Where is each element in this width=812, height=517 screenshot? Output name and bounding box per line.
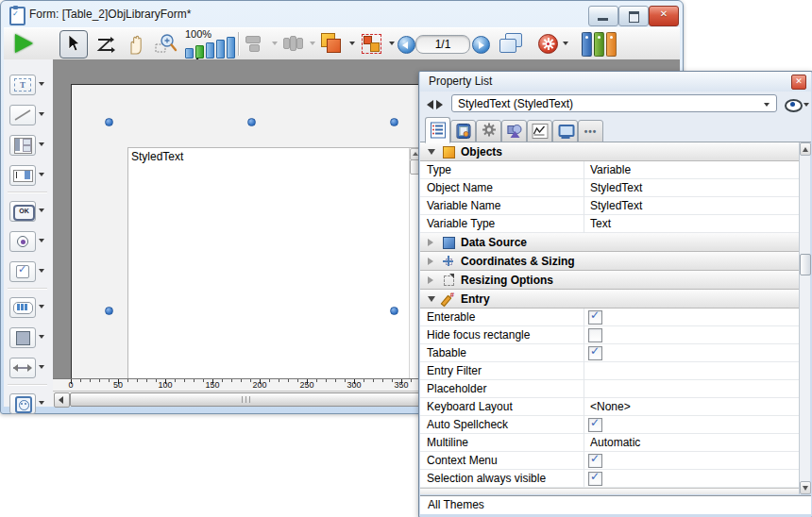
dropdown-caret-icon[interactable]	[39, 305, 44, 309]
selection-handle[interactable]	[390, 307, 398, 315]
checkbox-checked-icon[interactable]: ✓	[588, 472, 602, 486]
disclosure-triangle-icon[interactable]	[428, 276, 433, 284]
selection-handle[interactable]	[105, 118, 113, 126]
dropdown-caret-icon[interactable]	[39, 208, 44, 212]
section-header[interactable]: Coordinates & Sizing	[420, 252, 799, 271]
property-row[interactable]: Enterable✓	[420, 309, 799, 326]
property-row[interactable]: Keyboard Layout<None>	[420, 398, 799, 416]
execute-form-icon[interactable]	[15, 34, 33, 53]
property-row[interactable]: Placeholder	[420, 380, 799, 398]
property-value[interactable]	[584, 326, 799, 344]
check-box-tool-button[interactable]: ✓	[9, 261, 45, 282]
property-row[interactable]: Selection always visible✓	[420, 470, 799, 488]
distribute-icon[interactable]	[283, 34, 315, 55]
view-options-button[interactable]	[785, 98, 809, 111]
dropdown-caret-icon[interactable]	[39, 365, 44, 369]
property-value[interactable]: ✓	[584, 452, 799, 470]
object-selector-dropdown[interactable]: StyledText (StyledText)	[451, 94, 777, 112]
property-value[interactable]: ✓	[584, 470, 799, 488]
scroll-thumb[interactable]	[70, 392, 424, 407]
tab-object-shapes[interactable]	[501, 120, 527, 142]
previous-object-icon[interactable]	[427, 100, 433, 109]
tab-properties-list[interactable]	[425, 117, 450, 143]
property-value[interactable]: ✓	[584, 344, 799, 362]
section-header[interactable]: #Entry	[420, 290, 799, 309]
disclosure-triangle-icon[interactable]	[428, 296, 435, 302]
property-row[interactable]: Context Menu✓	[420, 452, 799, 470]
property-row[interactable]: MultilineAutomatic	[420, 434, 799, 452]
radio-button-tool-button[interactable]	[9, 231, 45, 252]
zoom-bars[interactable]	[185, 39, 235, 58]
combo-box-tool-button[interactable]	[9, 165, 45, 186]
maximize-button[interactable]	[618, 6, 649, 26]
property-row[interactable]: Entry Filter	[420, 362, 799, 380]
library-books-icon[interactable]	[582, 32, 617, 57]
dropdown-caret-icon[interactable]	[39, 239, 44, 242]
checkbox-checked-icon[interactable]: ✓	[588, 418, 602, 432]
property-row[interactable]: Variable TypeText	[420, 215, 799, 233]
dropdown-caret-icon[interactable]	[39, 142, 44, 146]
manage-planes-icon[interactable]	[319, 32, 355, 56]
property-row[interactable]: Variable NameStyledText	[420, 197, 799, 215]
splitter-tool-button[interactable]	[9, 358, 45, 378]
next-object-icon[interactable]	[436, 100, 443, 109]
group-icon[interactable]	[361, 32, 395, 56]
dropdown-caret-icon[interactable]	[39, 269, 44, 273]
run-settings-gear-icon[interactable]	[538, 34, 558, 54]
property-row[interactable]: Auto Spellcheck✓	[420, 416, 799, 434]
rectangle-tool-button[interactable]	[9, 327, 45, 348]
section-header-partial[interactable]	[420, 488, 799, 494]
property-list-scrollbar[interactable]	[799, 142, 810, 494]
scroll-thumb[interactable]	[800, 254, 811, 275]
section-header[interactable]: Data Source	[420, 233, 799, 252]
scroll-down-icon[interactable]	[800, 481, 811, 494]
form-pages-icon[interactable]	[499, 32, 527, 56]
dropdown-caret-icon[interactable]	[39, 335, 44, 339]
dropdown-caret-icon[interactable]	[39, 401, 44, 405]
selection-handle[interactable]	[390, 118, 398, 126]
disclosure-triangle-icon[interactable]	[428, 258, 433, 265]
close-button[interactable]: ✕	[649, 6, 679, 26]
close-icon[interactable]: ✕	[791, 75, 806, 90]
line-tool-button[interactable]	[9, 105, 45, 125]
run-settings-caret-icon[interactable]	[563, 42, 568, 45]
tab-more-options[interactable]: •••	[578, 120, 603, 142]
property-row[interactable]: Tabable✓	[420, 344, 799, 362]
property-value[interactable]: ✓	[584, 309, 799, 326]
align-icon[interactable]	[245, 34, 278, 55]
object-nav-arrows[interactable]	[427, 99, 443, 112]
disclosure-triangle-icon[interactable]	[428, 239, 433, 246]
minimize-button[interactable]	[588, 6, 618, 26]
dropdown-caret-icon[interactable]	[39, 82, 44, 86]
property-value[interactable]: <None>	[584, 398, 799, 416]
move-hand-icon[interactable]	[124, 32, 148, 59]
section-header[interactable]: Objects	[420, 142, 799, 161]
tab-settings-gear[interactable]	[476, 120, 501, 142]
list-box-tool-button[interactable]	[9, 135, 45, 156]
scroll-up-icon[interactable]	[800, 142, 811, 156]
property-value[interactable]: Text	[584, 215, 799, 233]
property-row[interactable]: Hide focus rectangle	[420, 326, 799, 344]
property-value[interactable]: StyledText	[584, 197, 799, 215]
dropdown-caret-icon[interactable]	[39, 173, 44, 176]
checkbox-checked-icon[interactable]: ✓	[588, 454, 602, 468]
zoom-magnifier-icon[interactable]	[153, 32, 179, 59]
section-header[interactable]: Resizing Options	[420, 271, 799, 290]
property-value[interactable]: Automatic	[584, 434, 799, 452]
selection-handle[interactable]	[247, 118, 256, 126]
property-row[interactable]: Object NameStyledText	[420, 179, 799, 197]
entry-order-icon[interactable]	[93, 32, 117, 59]
scroll-left-icon[interactable]	[54, 392, 70, 408]
property-value[interactable]: StyledText	[584, 179, 799, 197]
property-value[interactable]: Variable	[584, 161, 799, 179]
select-arrow-icon[interactable]	[59, 30, 88, 58]
checkbox-checked-icon[interactable]: ✓	[588, 310, 602, 325]
property-value[interactable]: ✓	[584, 416, 799, 434]
selection-handle[interactable]	[105, 307, 113, 315]
property-value[interactable]	[584, 380, 799, 398]
checkbox-checked-icon[interactable]: ✓	[588, 346, 602, 360]
tab-line-chart[interactable]	[527, 120, 552, 142]
ok-button-tool-button[interactable]: OK	[9, 201, 45, 222]
property-list-title-bar[interactable]: Property List ✕	[420, 72, 811, 92]
dropdown-caret-icon[interactable]	[39, 112, 44, 116]
